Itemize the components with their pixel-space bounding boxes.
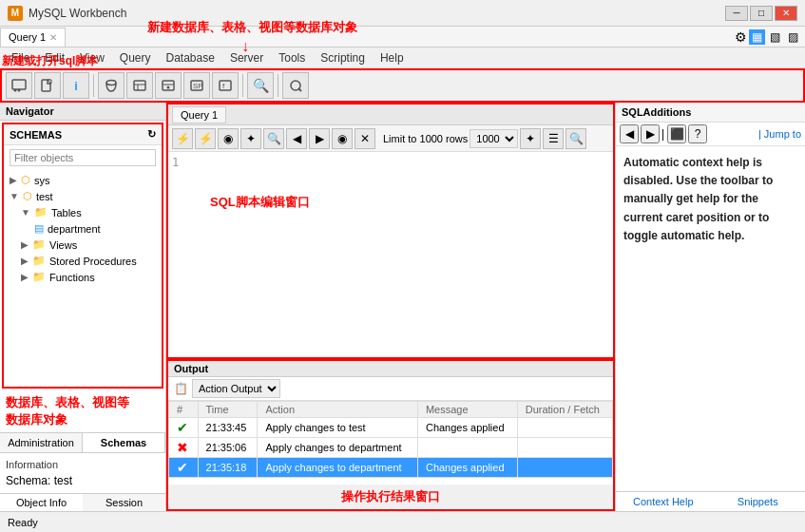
schema-section: SCHEMAS ↻ ▶ ⬡ sys ▼ ⬡ test [2, 123, 163, 389]
tab-label: Query 1 [9, 31, 46, 43]
prev-btn[interactable]: ◀ [286, 128, 307, 149]
toolbar-sep2 [242, 74, 243, 97]
sa-prev-btn[interactable]: ◀ [620, 124, 639, 143]
tree-label-department: department [48, 223, 101, 235]
tab-context-help[interactable]: Context Help [616, 492, 711, 511]
schema-tree: ▶ ⬡ sys ▼ ⬡ test ▼ 📁 Tables [4, 170, 162, 287]
action-3: Apply changes to department [258, 458, 417, 478]
zoom-btn[interactable]: 🔍 [565, 128, 586, 149]
extra-btn[interactable] [282, 72, 309, 99]
new-view-btn[interactable] [155, 72, 182, 99]
sql-additions-panel: SQLAdditions ◀ ▶ | ⬛ ? | Jump to Automat… [615, 103, 805, 511]
status-text: Ready [8, 517, 38, 528]
execute-sel-btn[interactable]: ⚡ [195, 128, 216, 149]
output-row-1[interactable]: ✔ 21:33:45 Apply changes to test Changes… [169, 418, 613, 438]
sa-help-btn[interactable]: ? [688, 124, 707, 143]
tab-administration[interactable]: Administration [0, 433, 83, 452]
tab-close-icon[interactable]: ✕ [49, 32, 57, 43]
context-help-text: Automatic context help isdisabled. Use t… [623, 154, 797, 245]
tab-object-info[interactable]: Object Info [0, 494, 83, 511]
view-icon2[interactable]: ▧ [767, 29, 783, 45]
action-2: Apply changes to department [258, 438, 417, 458]
query-text-area[interactable]: SQL脚本编辑窗口 [191, 156, 609, 353]
sa-jumpto[interactable]: | Jump to [758, 128, 801, 140]
menu-tools[interactable]: Tools [271, 49, 313, 66]
toolbar: 新建或打开sql脚本 i SP f 🔍 [0, 68, 805, 103]
bookmark-btn[interactable]: ✦ [520, 128, 541, 149]
query-tab-label[interactable]: Query 1 [172, 106, 226, 124]
navigator-label: Navigator [6, 105, 54, 117]
tree-arrow-tables: ▼ [21, 207, 30, 218]
output-icon: 📋 [174, 382, 188, 395]
sa-next-btn[interactable]: ▶ [641, 124, 660, 143]
tree-arrow-stored: ▶ [21, 256, 29, 266]
tab-schemas[interactable]: Schemas [83, 433, 165, 452]
col-action: Action [258, 402, 417, 418]
tab-session[interactable]: Session [83, 494, 165, 511]
svg-rect-6 [134, 81, 145, 90]
svg-point-2 [18, 89, 21, 92]
new-fn-btn[interactable]: f [212, 72, 239, 99]
info-btn[interactable]: i [63, 72, 89, 99]
new-schema-btn[interactable] [98, 72, 125, 99]
sidebar: Navigator SCHEMAS ↻ ▶ ⬡ sys ▼ [0, 103, 166, 511]
tree-item-sys[interactable]: ▶ ⬡ sys [4, 172, 162, 188]
output-row-2[interactable]: ✖ 21:35:06 Apply changes to department [169, 438, 613, 458]
folder-icon-functions: 📁 [32, 271, 46, 283]
output-select[interactable]: Action Output [192, 379, 280, 398]
next-btn[interactable]: ▶ [309, 128, 330, 149]
tree-item-stored-procs[interactable]: ▶ 📁 Stored Procedures [4, 253, 162, 269]
time-2: 21:35:06 [198, 438, 258, 458]
refresh-results-btn[interactable]: ◉ [332, 128, 353, 149]
tree-item-tables[interactable]: ▼ 📁 Tables [4, 204, 162, 220]
output-header: Output [168, 361, 613, 377]
duration-3 [517, 458, 612, 478]
new-sp-btn[interactable]: SP [183, 72, 210, 99]
schema-info: Schema: test [6, 474, 160, 487]
schema-annotation: 数据库、表格、视图等 数据库对象 [0, 390, 165, 432]
sql-additions-footer: Context Help Snippets [616, 491, 805, 511]
menu-help[interactable]: Help [373, 49, 412, 66]
tab-snippets[interactable]: Snippets [711, 492, 806, 511]
menu-query[interactable]: Query [112, 49, 159, 66]
explain-btn[interactable]: ✦ [240, 128, 261, 149]
query-toolbar: ⚡ ⚡ ◉ ✦ 🔍 ◀ ▶ ◉ ✕ Limit to 1000 rows 100… [168, 125, 613, 152]
filter-input[interactable] [10, 149, 156, 166]
tree-label-functions: Functions [49, 272, 95, 283]
output-row-3[interactable]: ✔ 21:35:18 Apply changes to department C… [169, 458, 613, 478]
app-icon: M [8, 6, 23, 21]
view-icon3[interactable]: ▨ [785, 29, 801, 45]
query-editor: Query 1 ⚡ ⚡ ◉ ✦ 🔍 ◀ ▶ ◉ ✕ Limit to 1000 … [166, 103, 615, 359]
tree-item-views[interactable]: ▶ 📁 Views [4, 237, 162, 253]
folder-icon-stored: 📁 [32, 255, 46, 267]
menu-scripting[interactable]: Scripting [313, 49, 373, 66]
search-qb[interactable]: 🔍 [263, 128, 284, 149]
tree-item-department[interactable]: ▤ department [4, 220, 162, 237]
line-numbers: 1 [172, 156, 191, 353]
stop-btn[interactable]: ◉ [218, 128, 239, 149]
toolbar-annotation: 新建或打开sql脚本 [2, 53, 98, 69]
format-btn[interactable]: ☰ [543, 128, 564, 149]
limit-label: Limit to 1000 rows [383, 133, 468, 144]
search-btn[interactable]: 🔍 [247, 72, 274, 99]
new-connection-btn[interactable] [6, 72, 32, 99]
query-tab[interactable]: Query 1 ✕ [0, 28, 66, 47]
restore-button[interactable]: □ [750, 6, 773, 21]
view-icon1[interactable]: ▦ [749, 29, 765, 45]
limit-select[interactable]: 1000 [470, 129, 518, 148]
menu-database[interactable]: Database [159, 49, 222, 66]
open-script-btn[interactable] [34, 72, 61, 99]
tree-item-test[interactable]: ▼ ⬡ test [4, 188, 162, 204]
minimize-button[interactable]: ─ [725, 6, 748, 21]
output-toolbar: 📋 Action Output [168, 377, 613, 401]
execute-btn[interactable]: ⚡ [172, 128, 193, 149]
settings-icon[interactable]: ⚙ [735, 29, 747, 45]
sql-additions-content: Automatic context help isdisabled. Use t… [616, 146, 805, 491]
tree-item-functions[interactable]: ▶ 📁 Functions [4, 269, 162, 285]
refresh-icon[interactable]: ↻ [147, 128, 156, 141]
cancel-btn[interactable]: ✕ [355, 128, 375, 149]
new-table-btn[interactable] [126, 72, 153, 99]
sa-stop-btn[interactable]: ⬛ [667, 124, 686, 143]
output-annotation: 操作执行结果窗口 [168, 484, 613, 509]
close-button[interactable]: ✕ [775, 6, 797, 21]
